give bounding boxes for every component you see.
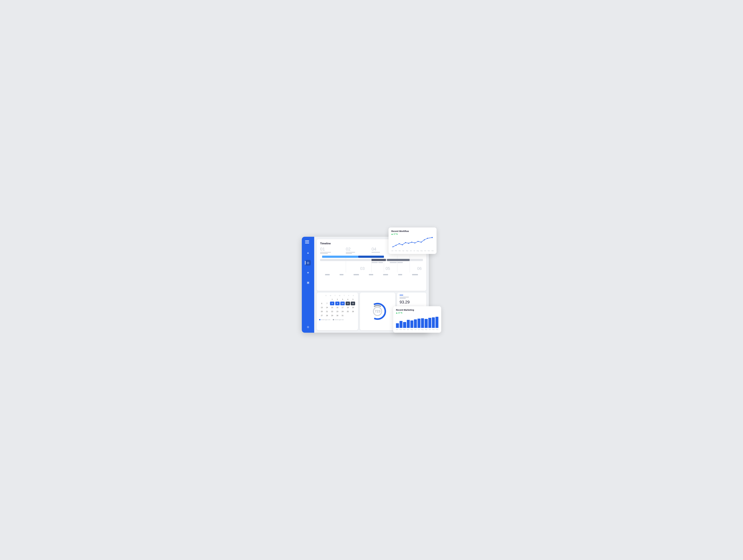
- calendar-header: S M T W T F S: [319, 295, 356, 296]
- cal-day-1[interactable]: 1: [330, 297, 334, 301]
- donut-panel: 723: [360, 293, 395, 330]
- legend-label-2: Event type two: [335, 319, 344, 321]
- svg-point-10: [414, 242, 415, 243]
- cal-day-9[interactable]: 9: [335, 301, 340, 305]
- svg-point-9: [411, 242, 412, 243]
- bar-nov: [432, 317, 435, 328]
- svg-point-4: [395, 245, 396, 246]
- month-02: 02: [346, 247, 372, 254]
- svg-point-15: [432, 237, 433, 238]
- cal-day-14[interactable]: 14: [325, 306, 329, 309]
- legend-item-1: Event type one: [319, 319, 330, 321]
- timeline-bars: 03 05 06: [320, 255, 423, 273]
- svg-point-5: [399, 243, 400, 244]
- stat-label-bars-1: [399, 297, 424, 299]
- cal-day-13[interactable]: 13: [320, 306, 324, 309]
- cal-day-15[interactable]: 15: [330, 306, 334, 309]
- bar-oct: [428, 318, 431, 328]
- cal-day-12[interactable]: 12: [351, 301, 355, 305]
- calendar-week-1: 1 2 3 4 5: [319, 297, 356, 301]
- cal-day-25[interactable]: 25: [346, 310, 350, 313]
- sidebar-icon-grid[interactable]: ▣: [305, 280, 311, 285]
- bar-jan: [396, 323, 399, 328]
- marketing-card-title: Recent Mar​keting: [396, 309, 438, 311]
- sidebar: ▲ ◎ ★ ▣ ⚙: [302, 237, 314, 333]
- cal-day-16[interactable]: 16: [335, 306, 340, 309]
- cal-day-5[interactable]: 5: [351, 297, 355, 301]
- cal-day-26[interactable]: 26: [351, 310, 355, 313]
- workflow-card-title: Recent Workflow: [391, 230, 434, 232]
- workflow-svg: [391, 237, 434, 249]
- svg-point-8: [408, 243, 409, 244]
- cal-day-6[interactable]: 6: [320, 301, 324, 305]
- cal-day-4[interactable]: 4: [346, 297, 350, 301]
- cal-day-27[interactable]: 27: [320, 314, 324, 317]
- bar-blue-light-1: [322, 255, 358, 258]
- legend-label-1: Event type one: [321, 319, 330, 321]
- marketing-trend-pct: 17 %: [398, 312, 402, 314]
- cal-day-31[interactable]: 31: [340, 314, 345, 317]
- cal-day-3[interactable]: 3: [340, 297, 345, 301]
- workflow-trend-pct: 17 %: [393, 233, 398, 235]
- legend-dot-2: [333, 319, 334, 320]
- cal-day-24[interactable]: 24: [340, 310, 345, 313]
- marketing-card-trend: 17 %: [396, 312, 438, 314]
- cal-day-7[interactable]: 7: [325, 301, 329, 305]
- donut-chart: 723: [368, 302, 387, 321]
- legend-item-2: Event type two: [333, 319, 344, 321]
- cal-day-17[interactable]: 17: [340, 306, 345, 309]
- cal-day-22[interactable]: 22: [330, 310, 334, 313]
- timeline-bottom-months: 03 05 06: [320, 266, 423, 271]
- sidebar-icon-favorites[interactable]: ★: [305, 270, 311, 275]
- sidebar-icon-home[interactable]: ▲: [305, 250, 311, 255]
- cal-day-11[interactable]: 11: [346, 301, 350, 305]
- cal-day-23[interactable]: 23: [335, 310, 340, 313]
- cal-day-28[interactable]: 28: [325, 314, 329, 317]
- workflow-card-trend: 17 %: [391, 233, 434, 235]
- donut-value: 723: [375, 309, 381, 313]
- bar-mar: [403, 322, 406, 328]
- cal-day-2[interactable]: 2: [335, 297, 340, 301]
- bar-jun: [414, 319, 417, 328]
- stat-value-1: 93.29: [399, 300, 424, 305]
- timeline-footer: [320, 274, 423, 275]
- cal-day-20[interactable]: 20: [320, 310, 324, 313]
- menu-button[interactable]: [305, 239, 311, 244]
- cal-day-21[interactable]: 21: [325, 310, 329, 313]
- workflow-line-chart: [391, 237, 434, 249]
- bar-feb: [399, 321, 402, 328]
- calendar-panel: S M T W T F S 1 2: [317, 293, 358, 330]
- svg-point-6: [402, 244, 403, 245]
- svg-point-7: [405, 242, 406, 243]
- bar-aug: [421, 318, 424, 328]
- bar-blue-dark-1: [358, 255, 384, 258]
- bar-may: [410, 321, 413, 328]
- bar-jul: [418, 319, 421, 328]
- sidebar-icon-settings[interactable]: ⚙: [305, 324, 311, 330]
- timeline-sublabels: [320, 262, 423, 263]
- sidebar-icon-target[interactable]: ◎: [305, 260, 311, 266]
- cal-day-19[interactable]: 19: [351, 306, 355, 309]
- marketing-months: Jan Feb Mar Apr May Jun Jul Aug Sep Oct …: [396, 329, 438, 330]
- calendar-grid: 1 2 3 4 5 6 7 8 9 10: [319, 297, 356, 317]
- cal-day-29[interactable]: 29: [330, 314, 334, 317]
- cal-day-8[interactable]: 8: [330, 301, 334, 305]
- cal-day-30[interactable]: 30: [335, 314, 340, 317]
- cal-day-10[interactable]: 10: [340, 301, 345, 305]
- cal-day-18[interactable]: 18: [346, 306, 350, 309]
- svg-point-3: [392, 246, 393, 247]
- bar-gray-dark-1: [372, 259, 386, 261]
- trend-arrow-up-icon: [391, 233, 393, 235]
- calendar-week-2: 6 7 8 9 10 11 12: [319, 301, 356, 305]
- calendar-week-3: 13 14 15 16 17 18 19: [319, 306, 356, 309]
- svg-point-11: [418, 241, 419, 242]
- scene: ▲ ◎ ★ ▣ ⚙ Timeline 01: [302, 228, 441, 333]
- svg-point-12: [421, 242, 422, 243]
- trend-arrow-up-icon-2: [396, 312, 397, 314]
- bar-sep: [425, 319, 428, 328]
- svg-point-13: [424, 239, 425, 240]
- calendar-week-5: 27 28 29 30 31: [319, 314, 356, 317]
- marketing-card: Recent Mar​keting 17 % Jan Feb Mar Apr M…: [393, 306, 441, 333]
- marketing-bar-chart: [396, 316, 438, 328]
- month-01: 01: [320, 247, 346, 254]
